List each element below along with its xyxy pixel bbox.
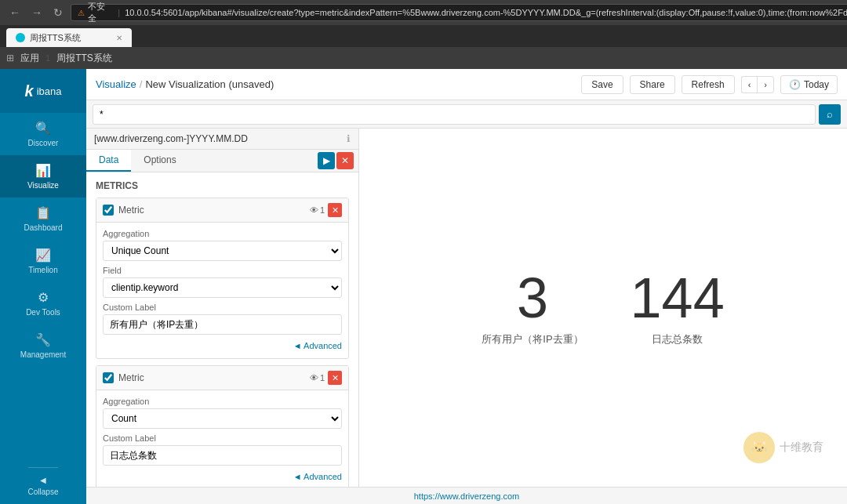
search-button[interactable]: ⌕ [819, 104, 841, 125]
run-button[interactable]: ▶ [318, 152, 335, 169]
metric-delete-2[interactable]: ✕ [328, 371, 342, 385]
right-panel: 3 所有用户（将IP去重） 144 日志总条数 🐱 十维教育 [359, 129, 847, 487]
aggregation-label-2: Aggregation [103, 397, 342, 406]
sidebar-label-timelion: Timelion [28, 266, 57, 274]
eye-icon-1[interactable]: 👁 1 [310, 205, 325, 215]
section-title: metrics [96, 180, 349, 191]
advanced-text-1: Advanced [304, 341, 342, 350]
nav-next-button[interactable]: › [757, 76, 774, 93]
breadcrumb-visualize[interactable]: Visualize [96, 78, 136, 90]
metric-item-1: Metric 👁 1 ✕ Aggregation Unique Count [96, 198, 349, 359]
management-icon: 🔧 [35, 332, 51, 347]
field-label-1: Field [103, 266, 342, 275]
metric-delete-1[interactable]: ✕ [328, 203, 342, 217]
metric-label-1: Metric [118, 205, 305, 216]
search-icon: ⌕ [827, 108, 833, 120]
visualize-icon: 📊 [35, 163, 51, 178]
sidebar-item-discover[interactable]: 🔍 Discover [0, 113, 86, 155]
metric-body-2: Aggregation Count Unique Count Custom La… [96, 390, 348, 487]
save-button[interactable]: Save [581, 75, 623, 94]
custom-label-row-2: Custom Label [103, 433, 342, 466]
tab-close-button[interactable]: ✕ [116, 34, 122, 42]
sidebar-item-timelion[interactable]: 📈 Timelion [0, 240, 86, 282]
metric-header-1: Metric 👁 1 ✕ [96, 198, 348, 223]
metric-num-1: 1 [320, 205, 325, 215]
appbar-title: 周报TTS系统 [56, 52, 112, 65]
metrics-section: metrics Metric 👁 1 ✕ [86, 172, 358, 487]
today-button[interactable]: 🕐 Today [780, 75, 838, 94]
panel-tab-actions: ▶ ✕ [313, 150, 358, 172]
metric-checkbox-1[interactable] [103, 205, 114, 216]
sidebar-item-visualize[interactable]: 📊 Visualize [0, 155, 86, 198]
left-panel: [www.driverzeng.com-]YYYY.MM.DD ℹ Data O… [86, 129, 359, 487]
collapse-label: Collapse [28, 488, 59, 496]
devtools-icon: ⚙ [38, 290, 49, 305]
sidebar: k ibana 🔍 Discover 📊 Visualize 📋 Dashboa… [0, 69, 86, 504]
apps-grid-icon: ⊞ [6, 53, 14, 63]
tab-data[interactable]: Data [86, 150, 131, 172]
app-layout: k ibana 🔍 Discover 📊 Visualize 📋 Dashboa… [0, 69, 847, 504]
metric-value-1: 3 [517, 270, 548, 326]
tab-options[interactable]: Options [131, 150, 188, 172]
metric-value-2: 144 [631, 270, 725, 326]
advanced-link-2[interactable]: Advanced [103, 470, 342, 483]
browser-chrome: ← → ↻ ⚠ 不安全 | 10.0.0.54:5601/app/kibana#… [0, 0, 847, 25]
app-bar: ⊞ 应用 1 周报TTS系统 [0, 47, 847, 69]
apps-label[interactable]: 应用 [20, 52, 39, 65]
refresh-viz-button[interactable]: Refresh [682, 75, 735, 94]
aggregation-row-2: Aggregation Count Unique Count [103, 397, 342, 429]
custom-label-input-1[interactable] [103, 314, 342, 335]
advanced-link-1[interactable]: Advanced [103, 339, 342, 352]
back-button[interactable]: ← [6, 5, 24, 20]
sidebar-label-discover: Discover [28, 139, 59, 147]
today-label: Today [804, 79, 829, 90]
forward-button[interactable]: → [28, 5, 45, 20]
search-bar: ⌕ [86, 100, 847, 129]
url-text: 10.0.0.54:5601/app/kibana#/visualize/cre… [125, 8, 847, 17]
search-input[interactable] [93, 104, 816, 125]
sidebar-item-management[interactable]: 🔧 Management [0, 325, 86, 367]
watermark-icon: 🐱 [743, 432, 775, 463]
metric-body-1: Aggregation Unique Count Count Sum Avera… [96, 223, 348, 358]
tab-title: 周报TTS系统 [30, 32, 81, 44]
eye-icon-2[interactable]: 👁 1 [310, 373, 325, 383]
metric-desc-1: 所有用户（将IP去重） [482, 332, 583, 346]
nav-prev-button[interactable]: ‹ [741, 76, 758, 93]
kibana-k: k [25, 82, 34, 100]
custom-label-input-2[interactable] [103, 445, 342, 466]
breadcrumb-separator: / [140, 78, 143, 90]
sidebar-item-dashboard[interactable]: 📋 Dashboard [0, 198, 86, 240]
active-tab[interactable]: 周报TTS系统 ✕ [6, 28, 132, 47]
field-select-1[interactable]: clientip.keyword @timestamp [103, 277, 342, 298]
share-button[interactable]: Share [630, 75, 675, 94]
timelion-icon: 📈 [35, 248, 51, 263]
appbar-num: 1 [45, 53, 50, 63]
metric-label-2: Metric [118, 372, 305, 383]
metric-display-1: 3 所有用户（将IP去重） [482, 270, 583, 346]
metric-checkbox-2[interactable] [103, 372, 114, 383]
sidebar-item-devtools[interactable]: ⚙ Dev Tools [0, 282, 86, 325]
field-row-1: Field clientip.keyword @timestamp [103, 266, 342, 298]
metric-num-2: 1 [320, 373, 325, 383]
url-bar[interactable]: ⚠ 不安全 | 10.0.0.54:5601/app/kibana#/visua… [71, 4, 847, 21]
clock-icon: 🕐 [789, 79, 801, 90]
metric-header-2: Metric 👁 1 ✕ [96, 366, 348, 390]
footer-bar: https://www.driverzeng.com [86, 487, 847, 504]
kibana-logo[interactable]: k ibana [0, 69, 86, 113]
refresh-button[interactable]: ↻ [50, 5, 66, 20]
sidebar-collapse-button[interactable]: ◀ Collapse [28, 467, 59, 504]
sidebar-label-management: Management [20, 350, 66, 359]
footer-url[interactable]: https://www.driverzeng.com [414, 491, 520, 501]
top-actions: Save Share Refresh ‹ › 🕐 Today [581, 75, 838, 94]
info-icon[interactable]: ℹ [347, 133, 351, 144]
discard-button[interactable]: ✕ [336, 152, 354, 169]
breadcrumb: Visualize / New Visualization (unsaved) [96, 78, 575, 90]
viz-container: 3 所有用户（将IP去重） 144 日志总条数 [359, 270, 847, 346]
aggregation-select-1[interactable]: Unique Count Count Sum Average [103, 241, 342, 261]
discover-icon: 🔍 [35, 121, 51, 136]
logo-container: k ibana [25, 82, 62, 100]
aggregation-select-2[interactable]: Count Unique Count [103, 408, 342, 429]
security-icon: ⚠ [78, 9, 85, 17]
tab-favicon [16, 33, 25, 42]
custom-label-label-1: Custom Label [103, 303, 342, 312]
